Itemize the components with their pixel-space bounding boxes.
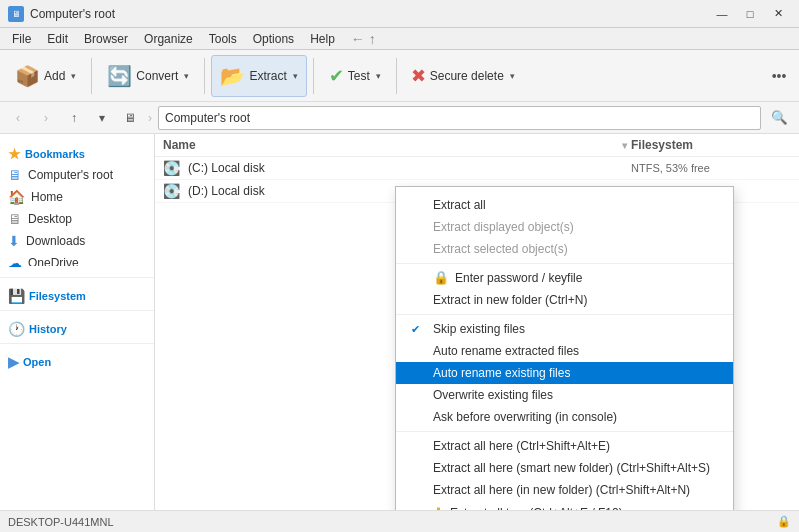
extract-all-to-icon: ⬇ [433,505,444,510]
skip-existing-label: Skip existing files [433,322,525,336]
menu-file[interactable]: File [4,28,39,49]
extract-all-here-item[interactable]: Extract all here (Ctrl+Shift+Alt+E) [396,435,733,457]
close-button[interactable]: ✕ [765,4,791,24]
computer-icon: 🖥 [8,167,22,183]
menu-edit[interactable]: Edit [39,28,76,49]
main-area: ★ Bookmarks 🖥 Computer's root 🏠 Home 🖥 D… [0,134,799,510]
sep2 [204,58,205,94]
sep1 [91,58,92,94]
menu-group-extract-basic: Extract all Extract displayed object(s) … [396,191,733,264]
c-drive-name: (C:) Local disk [188,161,623,175]
add-button[interactable]: 📦 Add ▾ [6,55,85,97]
extract-all-item[interactable]: Extract all [396,194,733,216]
test-icon: ✔ [329,65,344,87]
home-label: Home [31,190,63,204]
up-button[interactable]: ↑ [62,106,86,130]
enter-password-label: Enter password / keyfile [455,271,582,285]
menu-organize[interactable]: Organize [136,28,201,49]
add-label: Add [44,69,65,83]
menu-bar: File Edit Browser Organize Tools Options… [0,28,799,50]
onedrive-icon: ☁ [8,255,22,270]
extract-selected-label: Extract selected object(s) [433,242,568,256]
test-button[interactable]: ✔ Test ▾ [320,55,390,97]
maximize-button[interactable]: □ [737,4,763,24]
secure-delete-label: Secure delete [430,69,504,83]
auto-rename-existing-item[interactable]: Auto rename existing files [396,362,733,384]
minimize-button[interactable]: — [709,4,735,24]
extract-new-folder-item[interactable]: Extract in new folder (Ctrl+N) [396,289,733,311]
test-arrow: ▾ [376,71,381,81]
add-icon: 📦 [15,64,40,88]
extract-button[interactable]: 📂 Extract ▾ [211,55,306,97]
extract-icon: 📂 [220,64,245,88]
extract-all-to-label: Extract all to... (Ctrl+Alt+E / F12) [450,506,623,511]
more-icon: ••• [772,68,787,84]
auto-rename-extracted-item[interactable]: Auto rename extracted files [396,340,733,362]
menu-group-rename: ✔ Skip existing files Auto rename extrac… [396,315,733,432]
c-drive-fs: NTFS, 53% free [631,162,791,174]
downloads-icon: ⬇ [8,233,20,249]
sidebar-section-open: ▶ Open [0,348,154,372]
extract-dropdown-menu: Extract all Extract displayed object(s) … [395,186,734,510]
convert-label: Convert [136,69,178,83]
auto-rename-extracted-label: Auto rename extracted files [433,344,579,358]
extract-all-to-item[interactable]: ⬇ Extract all to... (Ctrl+Alt+E / F12) [396,501,733,510]
sidebar-item-computers-root[interactable]: 🖥 Computer's root [0,164,154,186]
extract-label: Extract [249,69,286,83]
status-text: DESKTOP-U441MNL [8,516,114,528]
address-bar[interactable]: Computer's root [158,106,761,130]
secure-delete-button[interactable]: ✖ Secure delete ▾ [402,55,524,97]
menu-help[interactable]: Help [302,28,343,49]
downloads-label: Downloads [26,234,85,248]
history-button[interactable]: ▾ [90,106,114,130]
sidebar-item-onedrive[interactable]: ☁ OneDrive [0,252,154,273]
extract-displayed-label: Extract displayed object(s) [433,220,574,234]
extract-all-smart-item[interactable]: Extract all here (smart new folder) (Ctr… [396,457,733,479]
overwrite-existing-label: Overwrite existing files [433,388,553,402]
search-button[interactable]: 🔍 [765,104,793,132]
sidebar-divider-1 [0,277,154,278]
extract-all-new-folder-item[interactable]: Extract all here (in new folder) (Ctrl+S… [396,479,733,501]
menu-tools[interactable]: Tools [201,28,245,49]
menu-browser[interactable]: Browser [76,28,136,49]
sidebar-item-desktop[interactable]: 🖥 Desktop [0,208,154,230]
ask-before-overwriting-item[interactable]: Ask before overwriting (in console) [396,406,733,428]
toolbar: 📦 Add ▾ 🔄 Convert ▾ 📂 Extract ▾ ✔ Test ▾… [0,50,799,102]
overwrite-existing-item[interactable]: Overwrite existing files [396,384,733,406]
file-panel: Name ▾ Filesystem 💽 (C:) Local disk NTFS… [155,134,799,510]
path-sep: › [148,111,152,125]
menu-options[interactable]: Options [245,28,302,49]
sidebar-item-downloads[interactable]: ⬇ Downloads [0,230,154,252]
bookmarks-icon: ★ [8,146,21,162]
sidebar-section-history: 🕐 History [0,315,154,339]
history-icon: 🕐 [8,321,25,337]
convert-button[interactable]: 🔄 Convert ▾ [98,55,198,97]
sidebar-item-home[interactable]: 🏠 Home [0,186,154,208]
computer-button[interactable]: 🖥 [118,106,142,130]
col-fs-header: Filesystem [631,138,791,152]
search-icon: 🔍 [771,110,788,125]
desktop-label: Desktop [28,212,72,226]
sep3 [313,58,314,94]
more-button[interactable]: ••• [765,62,793,90]
sep4 [396,58,397,94]
history-label: History [29,323,67,335]
nav-arrows: ← ↑ [351,31,376,47]
sidebar-divider-3 [0,343,154,344]
nav-bar: ‹ › ↑ ▾ 🖥 › Computer's root 🔍 [0,102,799,134]
back-button: ‹ [6,106,30,130]
auto-rename-existing-label: Auto rename existing files [433,366,570,380]
enter-password-item[interactable]: 🔒 Enter password / keyfile [396,266,733,289]
onedrive-label: OneDrive [28,256,79,269]
sidebar-divider-2 [0,310,154,311]
bookmarks-label: Bookmarks [25,148,85,160]
filesystem-label: Filesystem [29,290,86,302]
sidebar-section-filesystem: 💾 Filesystem [0,282,154,306]
secure-delete-arrow: ▾ [510,71,515,81]
title-controls: — □ ✕ [709,4,791,24]
extract-arrow: ▾ [293,71,298,81]
menu-group-extract-to: Extract all here (Ctrl+Shift+Alt+E) Extr… [396,432,733,510]
file-item-c-drive[interactable]: 💽 (C:) Local disk NTFS, 53% free [155,157,799,180]
extract-displayed-item: Extract displayed object(s) [396,216,733,238]
skip-existing-item[interactable]: ✔ Skip existing files [396,318,733,340]
